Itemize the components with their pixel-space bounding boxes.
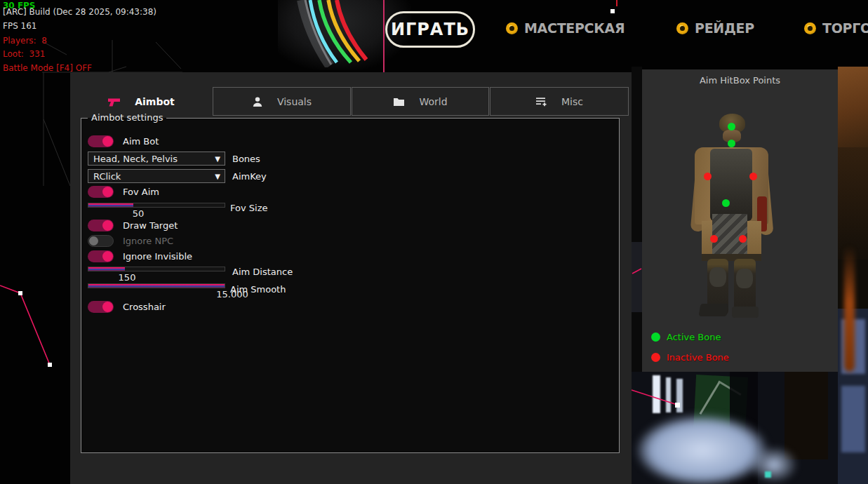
- legend-label: Active Bone: [667, 332, 721, 342]
- row-ignore-invisible: Ignore Invisible: [88, 250, 192, 262]
- fov-size-value: 50: [133, 208, 145, 219]
- nav-item-trade[interactable]: ТОРГО: [804, 20, 868, 36]
- play-button[interactable]: ИГРАТЬ: [385, 11, 475, 48]
- aim-bot-toggle[interactable]: [88, 135, 114, 147]
- nav-item-raider[interactable]: РЕЙДЕР: [676, 20, 754, 36]
- nav-item-label: ТОРГО: [822, 20, 868, 36]
- aim-distance-value: 150: [119, 272, 136, 283]
- bone-dot-right-thigh[interactable]: [739, 235, 747, 243]
- tab-world[interactable]: World: [352, 87, 489, 116]
- aimkey-label: AimKey: [232, 171, 267, 182]
- aimkey-dropdown-value: RClick: [88, 171, 215, 182]
- row-fov-aim: Fov Aim: [88, 186, 159, 198]
- inactive-bone-dot-icon: [651, 353, 660, 362]
- chevron-down-icon: ▼: [215, 155, 225, 163]
- coin-icon: [676, 22, 688, 34]
- fov-size-label: Fov Size: [230, 203, 267, 213]
- fov-aim-label: Fov Aim: [123, 187, 159, 197]
- bone-dot-right-shoulder[interactable]: [749, 173, 757, 180]
- aimkey-dropdown[interactable]: RClick ▼: [88, 169, 225, 183]
- ignore-invisible-toggle[interactable]: [88, 250, 114, 262]
- fov-aim-toggle[interactable]: [88, 186, 114, 198]
- hud-loot: Loot: 331: [3, 49, 45, 59]
- nav-item-label: МАСТЕРСКАЯ: [524, 20, 625, 36]
- tab-label: World: [419, 96, 447, 107]
- row-draw-target: Draw Target: [88, 220, 178, 231]
- folder-icon: [393, 96, 405, 107]
- game-screen: 30 FPS [ARC] Build (Dec 28 2025, 09:43:3…: [0, 0, 868, 484]
- tab-label: Aimbot: [135, 96, 175, 107]
- row-crosshair: Crosshair: [88, 301, 166, 313]
- ignore-npc-toggle[interactable]: [88, 235, 114, 247]
- pistol-icon: [107, 96, 121, 107]
- aim-bot-label: Aim Bot: [123, 136, 159, 147]
- chevron-down-icon: ▼: [215, 173, 225, 180]
- person-icon: [252, 96, 263, 107]
- bone-dot-left-thigh[interactable]: [710, 235, 718, 243]
- aim-distance-label: Aim Distance: [232, 267, 293, 277]
- playlist-add-icon: [535, 96, 547, 107]
- legend-inactive-bone: Inactive Bone: [651, 352, 729, 363]
- tab-misc[interactable]: Misc: [490, 87, 629, 116]
- nav-item-label: РЕЙДЕР: [695, 20, 754, 36]
- row-aim-bot: Aim Bot: [88, 135, 159, 147]
- cheat-menu-panel: Aimbot Visuals World Misc Aimbot se: [70, 72, 632, 484]
- fov-size-slider[interactable]: [88, 203, 225, 208]
- bones-label: Bones: [232, 154, 260, 164]
- bone-dot-layer: [642, 69, 838, 372]
- aimbot-settings-group: Aimbot settings Aim Bot Head, Neck, Pelv…: [81, 118, 620, 453]
- draw-target-toggle[interactable]: [88, 220, 114, 231]
- hud-players: Players: 8: [3, 36, 47, 46]
- tab-label: Visuals: [277, 96, 312, 107]
- bone-dot-left-shoulder[interactable]: [704, 173, 712, 180]
- tab-aimbot[interactable]: Aimbot: [72, 87, 211, 116]
- aim-smooth-label: Aim Smooth: [230, 284, 286, 295]
- ignore-invisible-label: Ignore Invisible: [123, 251, 192, 262]
- crosshair-toggle[interactable]: [88, 301, 114, 313]
- aim-hitbox-panel: Aim HitBox Points Active Bone Inactive B…: [642, 69, 838, 372]
- draw-target-label: Draw Target: [123, 220, 178, 231]
- tab-visuals[interactable]: Visuals: [213, 87, 351, 116]
- nav-item-workshop[interactable]: МАСТЕРСКАЯ: [506, 20, 625, 36]
- bones-dropdown-value: Head, Neck, Pelvis: [88, 154, 215, 164]
- hud-build-info: [ARC] Build (Dec 28 2025, 09:43:38): [3, 7, 156, 17]
- bone-dot-pelvis[interactable]: [722, 199, 730, 207]
- row-ignore-npc: Ignore NPC: [88, 235, 173, 247]
- bone-dot-head[interactable]: [728, 123, 735, 130]
- group-title: Aimbot settings: [88, 112, 166, 123]
- active-bone-dot-icon: [651, 332, 660, 342]
- coin-icon: [506, 22, 518, 34]
- tab-label: Misc: [561, 96, 583, 107]
- ignore-npc-label: Ignore NPC: [123, 236, 173, 246]
- coin-icon: [804, 22, 816, 34]
- legend-active-bone: Active Bone: [651, 332, 721, 342]
- aim-distance-slider[interactable]: [88, 267, 225, 271]
- crosshair-label: Crosshair: [123, 302, 166, 312]
- hud-fps: FPS 161: [3, 21, 36, 31]
- bone-dot-neck[interactable]: [728, 140, 735, 147]
- aim-smooth-slider[interactable]: [88, 283, 225, 288]
- legend-label: Inactive Bone: [667, 352, 729, 363]
- hud-battle-mode: Battle Mode [F4] OFF: [3, 63, 92, 73]
- bones-dropdown[interactable]: Head, Neck, Pelvis ▼: [88, 152, 225, 166]
